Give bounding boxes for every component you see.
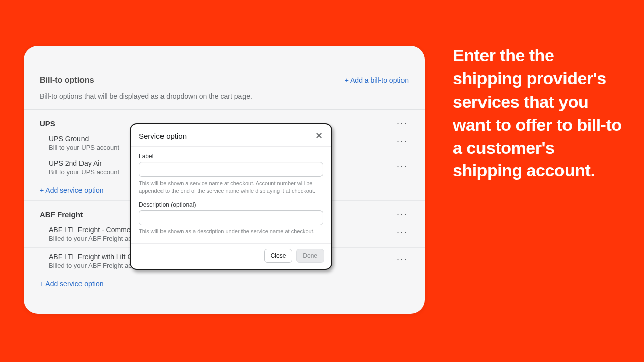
card-subtitle: Bill-to options that will be displayed a…	[40, 92, 409, 100]
more-actions-icon[interactable]: ···	[396, 253, 409, 266]
service-description: Bill to your UPS account	[49, 168, 119, 176]
add-bill-to-option-link[interactable]: + Add a bill-to option	[345, 76, 409, 84]
label-input[interactable]	[139, 162, 323, 177]
label-field-help: This will be shown a service name at che…	[139, 179, 323, 195]
service-description: Bill to your UPS account	[49, 144, 119, 151]
modal-body: Label This will be shown a service name …	[131, 147, 331, 239]
provider-name: UPS	[40, 119, 55, 128]
modal-title: Service option	[139, 132, 187, 140]
close-button[interactable]: Close	[264, 249, 293, 263]
close-icon[interactable]: ✕	[315, 131, 323, 140]
service-name: UPS 2nd Day Air	[49, 159, 119, 167]
label-field-label: Label	[139, 153, 323, 160]
more-actions-icon[interactable]: ···	[396, 226, 409, 239]
card-title: Bill-to options	[40, 76, 94, 85]
add-service-option-link[interactable]: + Add service option	[40, 273, 409, 292]
more-actions-icon[interactable]: ···	[396, 159, 409, 172]
promo-headline: Enter the the shipping provider's servic…	[453, 44, 624, 183]
more-actions-icon[interactable]: ···	[396, 117, 409, 130]
card-header: Bill-to options + Add a bill-to option	[40, 76, 409, 85]
provider-name: ABF Freight	[40, 210, 83, 219]
more-actions-icon[interactable]: ···	[396, 208, 409, 221]
modal-header: Service option ✕	[131, 124, 331, 147]
service-name: UPS Ground	[49, 135, 119, 143]
description-field-label: Description (optional)	[139, 201, 323, 208]
description-field-help: This will be shown as a description unde…	[139, 228, 323, 235]
modal-footer: Close Done	[131, 243, 331, 269]
more-actions-icon[interactable]: ···	[396, 135, 409, 148]
description-input[interactable]	[139, 210, 323, 225]
done-button[interactable]: Done	[296, 249, 324, 263]
service-option-modal: Service option ✕ Label This will be show…	[130, 123, 332, 270]
